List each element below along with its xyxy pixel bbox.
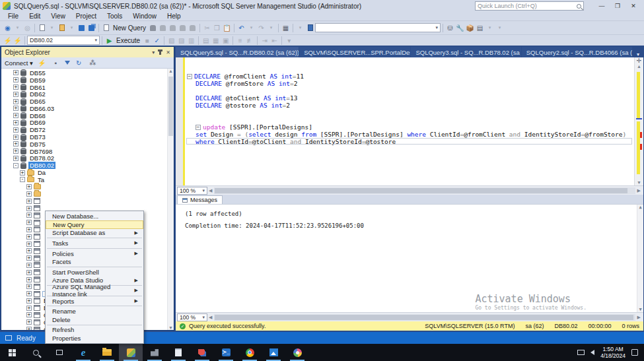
list-icon[interactable]: ▤: [475, 23, 485, 33]
showplan-icon[interactable]: ▧: [166, 36, 176, 46]
tree-row-db61[interactable]: +DB61: [1, 84, 174, 91]
context-menu-item-reports[interactable]: Reports▶: [46, 297, 143, 306]
tree-row-db72[interactable]: +DB72: [1, 126, 174, 133]
taskbar-notepad[interactable]: [166, 344, 190, 361]
results-hscroll-right-icon[interactable]: ▶: [636, 315, 642, 320]
context-menu-item-rename[interactable]: Rename: [46, 307, 143, 315]
tree-row-da[interactable]: +Da: [1, 169, 174, 176]
cancel-query-icon[interactable]: ■: [142, 36, 152, 46]
results-hscroll-left-icon[interactable]: ◀: [207, 315, 213, 320]
expand-icon[interactable]: +: [13, 99, 18, 104]
context-menu-item-refresh[interactable]: Refresh: [46, 326, 143, 335]
messages-pane[interactable]: (1 row affected)Completion time: 2024-04…: [176, 204, 643, 312]
collapse-icon[interactable]: -: [20, 177, 25, 182]
taskbar-file-explorer[interactable]: [95, 344, 119, 361]
expand-icon[interactable]: +: [26, 191, 32, 197]
expand-icon[interactable]: +: [13, 148, 18, 154]
tree-row-db68[interactable]: +DB68: [1, 112, 174, 119]
expand-icon[interactable]: +: [13, 70, 18, 75]
results-text-icon[interactable]: ▤: [201, 36, 211, 46]
connect-db-icon[interactable]: ⚡: [3, 36, 13, 46]
expand-icon[interactable]: +: [13, 92, 18, 97]
cut-icon[interactable]: ✂: [202, 23, 212, 33]
taskbar-app-red[interactable]: [190, 344, 214, 361]
messages-scroll-down-icon[interactable]: ▼: [639, 307, 641, 312]
redo-dropdown-icon[interactable]: ▾: [266, 23, 276, 33]
tree-row-db62[interactable]: +DB62: [1, 90, 174, 98]
activity-monitor-icon[interactable]: ▦: [281, 23, 291, 33]
comment-icon[interactable]: ≡: [235, 36, 245, 46]
menu-project[interactable]: Project: [71, 13, 102, 20]
context-menu-item-policies[interactable]: Policies▶: [46, 249, 143, 258]
editor-scroll-up-icon[interactable]: ▲: [637, 64, 641, 69]
taskbar-powershell[interactable]: ≻_: [214, 344, 238, 361]
expand-icon[interactable]: +: [13, 141, 18, 147]
hscroll-left-icon[interactable]: ◀: [207, 188, 213, 193]
expand-icon[interactable]: +: [13, 120, 18, 125]
expand-icon[interactable]: +: [26, 242, 32, 247]
expand-icon[interactable]: +: [26, 206, 32, 211]
results-hscrollbar[interactable]: [214, 314, 635, 321]
scroll-thumb[interactable]: [168, 77, 173, 136]
tree-row-db80-02[interactable]: -DB80.02: [1, 162, 174, 169]
new-query-icon[interactable]: [101, 23, 111, 33]
tree-row-db75[interactable]: +DB75: [1, 141, 174, 148]
expand-icon[interactable]: +: [26, 327, 32, 330]
list-dropdown-icon[interactable]: ▾: [485, 23, 495, 33]
expand-icon[interactable]: +: [26, 234, 32, 240]
expand-icon[interactable]: +: [13, 84, 18, 90]
tree-row-db73[interactable]: +DB73: [1, 133, 174, 141]
collapse-icon[interactable]: -: [13, 163, 18, 168]
open-file-icon[interactable]: [57, 23, 67, 33]
quick-launch-input[interactable]: Quick Launch (Ctrl+Q): [475, 1, 584, 11]
volume-icon[interactable]: [590, 350, 594, 355]
taskbar-clock[interactable]: 1:50 AM 4/18/2024: [600, 346, 626, 359]
minimize-button[interactable]: —: [594, 1, 610, 11]
pin-icon[interactable]: [159, 49, 161, 55]
new-query-button[interactable]: New Query: [111, 24, 148, 32]
tree-row-ta[interactable]: -Ta: [1, 176, 174, 183]
new-dta-query-icon[interactable]: [148, 23, 158, 33]
new-xmla-query-icon[interactable]: [178, 23, 188, 33]
toolbar-overflow-icon[interactable]: ▾: [495, 23, 505, 33]
expand-icon[interactable]: +: [26, 291, 32, 296]
expand-icon[interactable]: +: [20, 170, 25, 176]
menu-tools[interactable]: Tools: [102, 13, 127, 20]
expand-icon[interactable]: +: [26, 298, 32, 304]
execute-icon[interactable]: ▶: [104, 36, 114, 46]
tree-row-db69[interactable]: +DB69: [1, 119, 174, 127]
open-file-dropdown-icon[interactable]: ▾: [67, 23, 77, 33]
tab-messages[interactable]: Messages: [177, 195, 223, 204]
restore-button[interactable]: ❐: [610, 1, 626, 11]
uncomment-icon[interactable]: ≢: [245, 36, 255, 46]
context-menu-item-new-query[interactable]: New Query: [46, 220, 143, 229]
tree-row-db65[interactable]: +DB65: [1, 98, 174, 105]
tab-sqlquery3-sql[interactable]: SQLQuery3.sql - SQ...R.DB78.02 (sa (69)): [411, 47, 520, 57]
task-view-button[interactable]: [48, 344, 71, 361]
execute-button[interactable]: Execute: [114, 37, 142, 44]
expand-icon[interactable]: +: [26, 227, 32, 232]
back-dropdown-icon[interactable]: ▾: [13, 23, 22, 33]
expand-icon[interactable]: +: [26, 263, 32, 268]
results-zoom-combo[interactable]: 100 %▾: [177, 313, 207, 321]
redo-icon[interactable]: ↷: [256, 23, 266, 33]
scroll-up-icon[interactable]: ▲: [168, 69, 173, 73]
fold-collapse-icon[interactable]: −: [196, 125, 201, 130]
taskbar-search-button[interactable]: [24, 344, 48, 361]
menu-help[interactable]: Help: [162, 13, 186, 20]
editor-scroll-down-icon[interactable]: ▼: [637, 180, 641, 185]
expand-icon[interactable]: +: [13, 113, 18, 118]
highlight-icon[interactable]: [305, 23, 315, 33]
query-editor[interactable]: −DECLARE @fromClient AS int=11DECLARE @f…: [176, 57, 643, 185]
outdent-icon[interactable]: ⇤: [269, 36, 279, 46]
scripts-icon[interactable]: ⁂: [88, 59, 98, 67]
scroll-down-icon[interactable]: ▼: [168, 325, 173, 330]
context-menu-item-delete[interactable]: Delete: [46, 315, 143, 324]
tree-row[interactable]: +: [1, 183, 174, 191]
expand-icon[interactable]: +: [13, 127, 18, 133]
menu-view[interactable]: View: [46, 13, 71, 20]
database-combo[interactable]: DB80.02▾: [27, 36, 100, 45]
hscroll-right-icon[interactable]: ▶: [636, 188, 642, 193]
tree-row-db7698[interactable]: +DB7698: [1, 148, 174, 155]
stop-icon[interactable]: ▪: [51, 59, 61, 67]
